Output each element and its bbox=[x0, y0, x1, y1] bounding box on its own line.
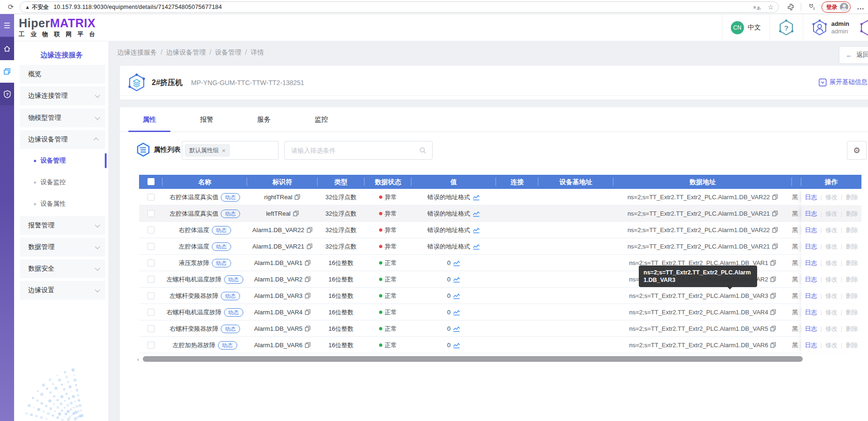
sidebar-item-data-management[interactable]: 数据管理 bbox=[20, 238, 105, 257]
copy-icon[interactable] bbox=[770, 293, 776, 299]
edit-action[interactable]: 修改 bbox=[825, 210, 837, 218]
delete-action[interactable]: 删除 bbox=[845, 226, 858, 234]
delete-action[interactable]: 删除 bbox=[845, 193, 858, 202]
edit-action[interactable]: 修改 bbox=[825, 226, 837, 234]
row-checkbox[interactable] bbox=[147, 342, 155, 349]
copy-icon[interactable] bbox=[305, 342, 310, 348]
security-badge[interactable]: ▲ 不安全 bbox=[25, 3, 49, 11]
back-button[interactable]: ← 返回 bbox=[839, 46, 868, 64]
log-action[interactable]: 日志 bbox=[805, 325, 817, 333]
trend-chart-icon[interactable] bbox=[453, 276, 460, 283]
tab[interactable]: 报警 bbox=[178, 107, 235, 132]
trend-chart-icon[interactable] bbox=[473, 210, 480, 217]
browser-login-button[interactable]: 登录 bbox=[822, 1, 851, 13]
breadcrumb-item[interactable]: 边缘设备管理/ bbox=[166, 48, 215, 56]
sidebar-item-device-management[interactable]: 设备管理 bbox=[20, 151, 105, 170]
help-button[interactable]: ? bbox=[769, 14, 803, 41]
delete-action[interactable]: 删除 bbox=[845, 292, 858, 300]
browser-menu-icon[interactable]: … bbox=[857, 3, 864, 11]
sidebar-item-thing-model[interactable]: 物模型管理 bbox=[20, 109, 105, 127]
extensions-icon[interactable] bbox=[787, 3, 795, 11]
sidebar-item-edge-settings[interactable]: 边缘设置 bbox=[20, 281, 105, 300]
log-action[interactable]: 日志 bbox=[805, 242, 817, 251]
delete-action[interactable]: 删除 bbox=[845, 275, 858, 284]
url-text[interactable]: 10.157.93.118:9030/equipment/details/714… bbox=[54, 4, 754, 10]
breadcrumb-item[interactable]: 详情/ bbox=[251, 48, 264, 56]
delete-action[interactable]: 删除 bbox=[845, 341, 858, 350]
log-action[interactable]: 日志 bbox=[805, 226, 817, 234]
sidebar-item-edge-device[interactable]: 边缘设备管理 bbox=[20, 130, 105, 149]
log-action[interactable]: 日志 bbox=[805, 308, 817, 317]
copy-icon[interactable] bbox=[772, 227, 778, 233]
scroll-left-icon[interactable]: ‹ bbox=[137, 356, 139, 363]
copy-icon[interactable] bbox=[305, 309, 310, 315]
close-icon[interactable]: × bbox=[222, 147, 226, 154]
copy-icon[interactable] bbox=[772, 194, 778, 200]
copy-pages-icon[interactable] bbox=[0, 60, 14, 83]
delete-action[interactable]: 删除 bbox=[845, 259, 858, 267]
log-action[interactable]: 日志 bbox=[805, 275, 817, 284]
translate-icon[interactable]: aあ bbox=[753, 4, 761, 10]
search-input[interactable] bbox=[291, 142, 413, 159]
language-switcher[interactable]: CN 中文 bbox=[722, 14, 769, 41]
shield-help-icon[interactable]: ? bbox=[0, 83, 14, 105]
row-checkbox[interactable] bbox=[147, 309, 155, 316]
trend-chart-icon[interactable] bbox=[473, 243, 480, 250]
trend-chart-icon[interactable] bbox=[453, 260, 460, 266]
row-checkbox[interactable] bbox=[147, 243, 155, 250]
tab[interactable]: 监控 bbox=[293, 107, 350, 132]
row-checkbox[interactable] bbox=[147, 292, 155, 299]
log-action[interactable]: 日志 bbox=[805, 259, 817, 267]
copy-icon[interactable] bbox=[770, 326, 776, 332]
search-icon[interactable] bbox=[419, 147, 426, 154]
copy-icon[interactable] bbox=[305, 260, 310, 266]
app-logo[interactable]: HiperMATRIX 工 业 物 联 网 平 台 bbox=[19, 16, 97, 39]
copy-icon[interactable] bbox=[307, 243, 312, 249]
trend-chart-icon[interactable] bbox=[453, 309, 460, 316]
sidebar-item-device-property[interactable]: 设备属性 bbox=[20, 195, 105, 213]
tab[interactable]: 属性 bbox=[121, 107, 178, 132]
copy-icon[interactable] bbox=[305, 293, 310, 299]
trend-chart-icon[interactable] bbox=[453, 326, 460, 332]
refresh-icon[interactable]: ⟳ bbox=[6, 2, 16, 12]
property-group-select[interactable]: 默认属性组 × bbox=[182, 141, 279, 160]
delete-action[interactable]: 删除 bbox=[845, 242, 858, 251]
row-checkbox[interactable] bbox=[147, 194, 155, 201]
address-bar[interactable]: ▲ 不安全 10.157.93.118:9030/equipment/detai… bbox=[20, 1, 779, 13]
copy-icon[interactable] bbox=[772, 210, 778, 217]
tab[interactable]: 服务 bbox=[235, 107, 293, 132]
table-settings-button[interactable]: ⚙ bbox=[847, 141, 867, 160]
copy-icon[interactable] bbox=[305, 326, 310, 332]
delete-action[interactable]: 删除 bbox=[845, 210, 858, 218]
copy-icon[interactable] bbox=[770, 342, 776, 348]
home-icon[interactable] bbox=[0, 38, 14, 60]
log-action[interactable]: 日志 bbox=[805, 341, 817, 350]
trend-chart-icon[interactable] bbox=[473, 194, 480, 201]
edit-action[interactable]: 修改 bbox=[825, 325, 837, 333]
copy-icon[interactable] bbox=[294, 194, 300, 200]
delete-action[interactable]: 删除 bbox=[845, 325, 858, 333]
row-checkbox[interactable] bbox=[147, 325, 155, 332]
scrollbar-thumb[interactable] bbox=[143, 356, 803, 362]
expand-basic-info-link[interactable]: 展开基础信息 bbox=[819, 78, 868, 86]
breadcrumb-item[interactable]: 设备管理/ bbox=[215, 48, 251, 56]
collections-icon[interactable] bbox=[807, 3, 815, 11]
copy-icon[interactable] bbox=[770, 276, 776, 282]
copy-icon[interactable] bbox=[305, 276, 310, 282]
trend-chart-icon[interactable] bbox=[473, 227, 480, 234]
sidebar-item-edge-connection[interactable]: 边缘连接管理 bbox=[20, 86, 105, 105]
copy-icon[interactable] bbox=[770, 309, 776, 315]
sidebar-item-data-security[interactable]: 数据安全 bbox=[20, 259, 105, 278]
trend-chart-icon[interactable] bbox=[453, 342, 460, 349]
log-action[interactable]: 日志 bbox=[805, 210, 817, 218]
sidebar-item-alarm-management[interactable]: 报警管理 bbox=[20, 216, 105, 235]
edit-action[interactable]: 修改 bbox=[825, 308, 837, 317]
row-checkbox[interactable] bbox=[147, 226, 155, 234]
header-edge-button[interactable] bbox=[858, 14, 868, 41]
edit-action[interactable]: 修改 bbox=[825, 193, 837, 202]
delete-action[interactable]: 删除 bbox=[845, 308, 858, 317]
horizontal-scrollbar[interactable]: ‹ bbox=[137, 356, 868, 362]
favorite-star-icon[interactable]: ☆ bbox=[767, 3, 774, 11]
select-all-checkbox[interactable] bbox=[147, 178, 155, 185]
row-checkbox[interactable] bbox=[147, 210, 155, 217]
